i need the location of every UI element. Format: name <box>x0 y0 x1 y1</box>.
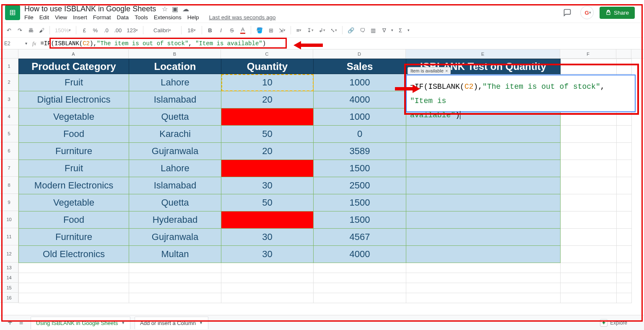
currency-button[interactable]: £ <box>80 25 88 35</box>
cell[interactable] <box>617 194 632 211</box>
cell[interactable] <box>617 273 632 283</box>
account-avatar[interactable]: G ▾ <box>580 6 594 19</box>
menu-data[interactable]: Data <box>117 14 129 21</box>
menu-file[interactable]: File <box>24 14 34 21</box>
cell[interactable] <box>221 108 314 126</box>
cell[interactable]: Quantity <box>221 59 314 74</box>
col-header-G[interactable] <box>616 49 631 58</box>
row-header[interactable]: 6 <box>0 142 18 160</box>
cell[interactable] <box>19 273 129 283</box>
row-header[interactable]: 15 <box>0 283 18 293</box>
row-header[interactable]: 16 <box>0 293 18 303</box>
cell[interactable]: 0 <box>314 126 406 143</box>
cell[interactable] <box>617 126 632 143</box>
cell[interactable]: Multan <box>129 246 221 263</box>
close-icon[interactable]: × <box>445 68 448 73</box>
cell[interactable]: 20 <box>221 91 314 108</box>
cell[interactable]: Sales <box>314 59 406 74</box>
cell[interactable] <box>221 263 314 273</box>
cell[interactable] <box>406 194 561 211</box>
menu-view[interactable]: View <box>55 14 67 21</box>
chevron-down-icon[interactable]: ▼ <box>199 321 203 325</box>
cell[interactable]: Food <box>19 211 129 229</box>
cell[interactable] <box>314 263 406 273</box>
more-formats-button[interactable]: 123 <box>126 25 139 35</box>
menu-format[interactable]: Format <box>93 14 111 21</box>
cell[interactable]: 4000 <box>314 246 406 263</box>
sheets-logo-icon[interactable] <box>5 5 20 20</box>
row-header[interactable]: 10 <box>0 211 18 228</box>
cell[interactable]: Vegetable <box>19 108 129 126</box>
row-header[interactable]: 8 <box>0 177 18 194</box>
cell[interactable] <box>561 273 617 283</box>
formula-preview-tooltip[interactable]: Item is available× <box>408 67 451 75</box>
cell[interactable] <box>561 126 617 143</box>
cell[interactable] <box>561 177 617 194</box>
redo-icon[interactable]: ↷ <box>16 25 23 35</box>
col-header-A[interactable]: A <box>18 49 129 58</box>
cell[interactable]: Karachi <box>129 126 221 143</box>
cell[interactable]: Lahore <box>129 160 221 177</box>
col-header-B[interactable]: B <box>129 49 221 58</box>
name-box[interactable]: E2 <box>3 41 25 46</box>
col-header-C[interactable]: C <box>221 49 313 58</box>
cell[interactable]: 1500 <box>314 211 406 229</box>
cell[interactable] <box>617 211 632 229</box>
cell[interactable]: Hyderabad <box>129 211 221 229</box>
cell[interactable]: 3589 <box>314 143 406 160</box>
cloud-status-icon[interactable]: ☁ <box>182 5 189 13</box>
cell[interactable] <box>617 246 632 263</box>
cell[interactable] <box>617 160 632 177</box>
cell[interactable]: Vegetable <box>19 194 129 211</box>
text-rotation-icon[interactable]: ⤡ <box>330 25 338 35</box>
bold-icon[interactable]: B <box>206 25 214 35</box>
cell-editor[interactable]: =IF(ISBLANK(C2),"The item is out of stoc… <box>406 75 636 112</box>
cell[interactable] <box>561 160 617 177</box>
cell[interactable]: 30 <box>221 229 314 246</box>
cell[interactable] <box>221 160 314 177</box>
cell[interactable]: Islamabad <box>129 91 221 108</box>
cell[interactable] <box>561 229 617 246</box>
row-header[interactable]: 12 <box>0 245 18 263</box>
share-button[interactable]: Share <box>600 7 635 19</box>
cell[interactable] <box>617 293 632 303</box>
cell[interactable] <box>406 211 561 229</box>
functions-icon[interactable]: Σ <box>397 25 404 35</box>
sheet-tab[interactable]: Add or insert a Column▼ <box>135 317 208 329</box>
cell[interactable] <box>406 160 561 177</box>
cell[interactable]: Fruit <box>19 160 129 177</box>
cell[interactable]: Old Electronics <box>19 246 129 263</box>
cell[interactable]: 30 <box>221 177 314 194</box>
menu-tools[interactable]: Tools <box>135 14 148 21</box>
cell[interactable] <box>617 283 632 293</box>
row-header[interactable]: 1 <box>0 59 18 74</box>
select-all-cell[interactable] <box>0 49 18 58</box>
cell[interactable]: Lahore <box>129 74 221 91</box>
document-title[interactable]: How to use ISBLANK in Google Sheets <box>24 5 156 13</box>
menu-edit[interactable]: Edit <box>39 14 49 21</box>
cell[interactable]: 50 <box>221 194 314 211</box>
insert-chart-icon[interactable]: ▥ <box>369 25 377 35</box>
cell[interactable] <box>617 229 632 246</box>
vertical-align-icon[interactable]: ↧ <box>306 25 314 35</box>
cell[interactable] <box>406 177 561 194</box>
strikethrough-icon[interactable]: S <box>228 25 236 35</box>
cell[interactable]: 1500 <box>314 194 406 211</box>
row-header[interactable]: 7 <box>0 160 18 177</box>
cell[interactable] <box>406 293 561 303</box>
cell[interactable]: 1000 <box>314 74 406 91</box>
cell[interactable] <box>221 283 314 293</box>
cell[interactable]: Gujranwala <box>129 143 221 160</box>
cell[interactable] <box>406 229 561 246</box>
row-header[interactable]: 13 <box>0 263 18 273</box>
cell[interactable] <box>19 283 129 293</box>
move-icon[interactable]: ▣ <box>172 5 178 13</box>
col-header-E[interactable]: E <box>406 49 560 58</box>
cell[interactable] <box>561 283 617 293</box>
cell[interactable]: Islamabad <box>129 177 221 194</box>
cell[interactable]: 20 <box>221 143 314 160</box>
last-edit-link[interactable]: Last edit was seconds ago <box>209 14 275 21</box>
cell[interactable]: Quetta <box>129 108 221 126</box>
font-size-select[interactable]: 18 <box>186 25 197 35</box>
cell[interactable] <box>221 273 314 283</box>
